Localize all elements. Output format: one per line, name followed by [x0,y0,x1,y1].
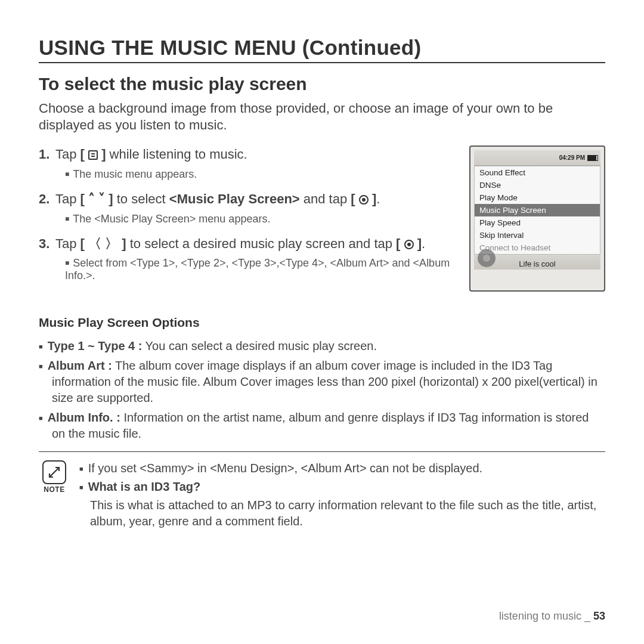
note-question: ■What is an ID3 Tag? [79,479,605,495]
note-answer: This is what is attached to an MP3 to ca… [79,497,605,530]
page-footer: listening to music _ 53 [499,610,605,623]
device-menu-item: Play Mode [475,191,600,204]
disc-icon [478,249,496,267]
intro-text: Choose a background image from those pro… [39,100,605,134]
left-right-icon: 〈 〉 [88,236,118,251]
step-num: 3. [39,235,55,253]
steps-list: 1.Tap [ ] while listening to music. ■The… [39,145,457,282]
device-menu: Sound EffectDNSePlay ModeMusic Play Scre… [474,166,600,255]
step-2: 2.Tap [ ˄ ˅ ] to select <Music Play Scre… [39,190,457,208]
select-icon [359,195,369,205]
note-badge: NOTE [39,460,70,530]
options-list: ■Type 1 ~ Type 4 : You can select a desi… [39,338,605,452]
select-icon [404,240,414,249]
battery-icon [587,155,598,161]
page-title: USING THE MUSIC MENU (Continued) [39,36,605,63]
device-screenshot: 04:29 PM Sound EffectDNSePlay ModeMusic … [469,145,605,292]
device-footer: Life is cool [474,255,600,270]
device-menu-item: DNSe [475,179,600,191]
step-num: 2. [39,190,55,208]
option-item: ■Type 1 ~ Type 4 : You can select a desi… [39,338,605,354]
device-statusbar: 04:29 PM [474,150,600,166]
section-title: To select the music play screen [39,74,605,94]
step-num: 1. [39,145,55,163]
note-line-1: ■If you set <Sammy> in <Menu Design>, <A… [79,460,605,476]
device-time: 04:29 PM [559,154,585,161]
option-item: ■Album Art : The album cover image displ… [39,358,605,406]
options-title: Music Play Screen Options [39,315,605,330]
device-menu-item: Play Speed [475,216,600,229]
step-2-sub: ■The <Music Play Screen> menu appears. [65,213,457,225]
device-menu-item: Sound Effect [475,166,600,179]
step-3: 3.Tap [ 〈 〉 ] to select a desired music … [39,235,457,253]
step-3-sub: ■Select from <Type 1>, <Type 2>, <Type 3… [65,257,457,282]
menu-icon [88,150,98,160]
note-block: NOTE ■If you set <Sammy> in <Menu Design… [39,460,605,530]
note-icon [42,460,66,484]
step-1-sub: ■The music menu appears. [65,168,457,181]
device-menu-item: Skip Interval [475,229,600,242]
option-item: ■Album Info. : Information on the artist… [39,410,605,442]
device-menu-item: Music Play Screen [475,204,600,216]
up-down-icon: ˄ ˅ [88,191,105,206]
step-1: 1.Tap [ ] while listening to music. [39,145,457,163]
